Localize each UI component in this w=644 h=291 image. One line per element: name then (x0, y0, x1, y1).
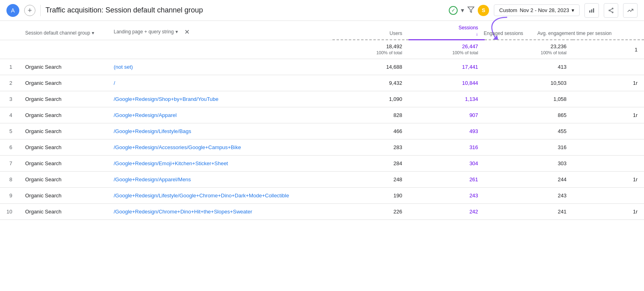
svg-rect-3 (593, 8, 594, 12)
row-users-4: 828 (332, 107, 409, 123)
table-row: 10 Organic Search /Google+Redesign/Chrom… (0, 204, 644, 220)
trend-icon-button[interactable] (623, 3, 638, 18)
right-controls: Custom Nov 2 - Nov 28, 2023 ▾ (494, 3, 638, 18)
row-sessions-9: 243 (409, 188, 485, 204)
row-dim1-5: Organic Search (19, 123, 107, 139)
table-row: 4 Organic Search /Google+Redesign/Appare… (0, 107, 644, 123)
row-users-7: 284 (332, 156, 409, 172)
totals-dim1 (19, 40, 107, 59)
row-dim2-10[interactable]: /Google+Redesign/Chrome+Dino+Hit+the+Slo… (107, 204, 332, 220)
row-avg-4: 1r (573, 107, 644, 123)
row-dim1-2: Organic Search (19, 75, 107, 91)
totals-sessions: 26,447 100% of total (409, 40, 485, 59)
row-sessions-1: 17,441 (409, 59, 485, 75)
totals-index (0, 40, 19, 59)
sessions-col-header[interactable]: Sessions ↓ (409, 21, 485, 40)
row-users-5: 466 (332, 123, 409, 139)
row-avg-2: 1r (573, 75, 644, 91)
row-dim1-3: Organic Search (19, 91, 107, 107)
row-avg-8: 1r (573, 172, 644, 188)
svg-point-6 (612, 12, 613, 13)
svg-line-8 (610, 10, 612, 12)
row-engaged-3: 1,058 (485, 91, 573, 107)
dim1-chevron-icon[interactable]: ▾ (92, 30, 94, 36)
row-sessions-4: 907 (409, 107, 485, 123)
chart-icon-button[interactable] (584, 3, 599, 18)
row-index-3: 3 (0, 91, 19, 107)
row-dim1-9: Organic Search (19, 188, 107, 204)
table-row: 8 Organic Search /Google+Redesign/Appare… (0, 172, 644, 188)
dim2-label: Landing page + query string (114, 29, 173, 35)
row-index-7: 7 (0, 156, 19, 172)
row-engaged-5: 455 (485, 123, 573, 139)
svg-rect-1 (589, 10, 590, 12)
row-engaged-9: 243 (485, 188, 573, 204)
user-s-icon[interactable]: S (478, 5, 489, 16)
row-dim2-6[interactable]: /Google+Redesign/Accessories/Google+Camp… (107, 139, 332, 156)
dim2-chevron-icon[interactable]: ▾ (175, 29, 178, 35)
dim2-close-icon[interactable]: ✕ (183, 28, 191, 36)
users-label: Users (390, 31, 402, 36)
row-users-10: 226 (332, 204, 409, 220)
users-col-header[interactable]: Users (332, 21, 409, 40)
row-dim1-6: Organic Search (19, 139, 107, 156)
avg-label: Avg. engagement time per session (537, 31, 612, 36)
date-chevron-icon: ▾ (572, 7, 574, 13)
row-sessions-3: 1,134 (409, 91, 485, 107)
row-dim1-1: Organic Search (19, 59, 107, 75)
table-row: 1 Organic Search (not set) 14,688 17,441… (0, 59, 644, 75)
svg-point-4 (612, 8, 613, 9)
header-bar: A + Traffic acquisition: Session default… (0, 0, 644, 21)
row-avg-9 (573, 188, 644, 204)
date-range-text: Nov 2 - Nov 28, 2023 (520, 7, 569, 13)
row-sessions-8: 261 (409, 172, 485, 188)
row-sessions-5: 493 (409, 123, 485, 139)
row-engaged-6: 316 (485, 139, 573, 156)
data-table: Session default channel group ▾ Landing … (0, 21, 644, 220)
table-row: 6 Organic Search /Google+Redesign/Access… (0, 139, 644, 156)
row-sessions-6: 316 (409, 139, 485, 156)
row-index-2: 2 (0, 75, 19, 91)
row-index-10: 10 (0, 204, 19, 220)
dim2-col-header[interactable]: Landing page + query string ▾ ✕ (107, 21, 332, 40)
table-row: 3 Organic Search /Google+Redesign/Shop+b… (0, 91, 644, 107)
row-dim2-4[interactable]: /Google+Redesign/Apparel (107, 107, 332, 123)
row-dim2-7[interactable]: /Google+Redesign/Emoji+Kitchen+Sticker+S… (107, 156, 332, 172)
dim1-col-header[interactable]: Session default channel group ▾ (19, 21, 107, 40)
row-users-6: 283 (332, 139, 409, 156)
index-col-header (0, 21, 19, 40)
filter-icon[interactable] (467, 6, 475, 15)
row-dim2-2[interactable]: / (107, 75, 332, 91)
date-range-button[interactable]: Custom Nov 2 - Nov 28, 2023 ▾ (494, 4, 580, 16)
row-users-3: 1,090 (332, 91, 409, 107)
share-icon-button[interactable] (604, 3, 618, 18)
title-chevron-icon[interactable]: ▾ (461, 6, 464, 14)
row-users-1: 14,688 (332, 59, 409, 75)
data-table-container: Session default channel group ▾ Landing … (0, 21, 644, 220)
row-index-5: 5 (0, 123, 19, 139)
svg-line-7 (610, 9, 612, 10)
row-index-1: 1 (0, 59, 19, 75)
row-sessions-7: 304 (409, 156, 485, 172)
title-icons: ✓ ▾ S (449, 5, 489, 16)
avg-col-header[interactable]: Avg. engagement time per session (573, 21, 644, 40)
row-dim2-3[interactable]: /Google+Redesign/Shop+by+Brand/YouTube (107, 91, 332, 107)
table-row: 2 Organic Search / 9,432 10,844 10,503 1… (0, 75, 644, 91)
row-dim1-8: Organic Search (19, 172, 107, 188)
row-dim2-5[interactable]: /Google+Redesign/Lifestyle/Bags (107, 123, 332, 139)
totals-avg: 1 (573, 40, 644, 59)
row-index-6: 6 (0, 139, 19, 156)
row-dim2-1[interactable]: (not set) (107, 59, 332, 75)
row-dim2-8[interactable]: /Google+Redesign/Apparel/Mens (107, 172, 332, 188)
row-index-9: 9 (0, 188, 19, 204)
row-engaged-1: 413 (485, 59, 573, 75)
row-avg-7 (573, 156, 644, 172)
table-header-row: Session default channel group ▾ Landing … (0, 21, 644, 40)
add-button[interactable]: + (24, 5, 35, 16)
row-engaged-2: 10,503 (485, 75, 573, 91)
row-avg-10: 1r (573, 204, 644, 220)
totals-row: 18,492 100% of total 26,447 100% of tota… (0, 40, 644, 59)
row-index-4: 4 (0, 107, 19, 123)
row-dim2-9[interactable]: /Google+Redesign/Lifestyle/Google+Chrome… (107, 188, 332, 204)
check-circle-icon[interactable]: ✓ (449, 6, 458, 15)
